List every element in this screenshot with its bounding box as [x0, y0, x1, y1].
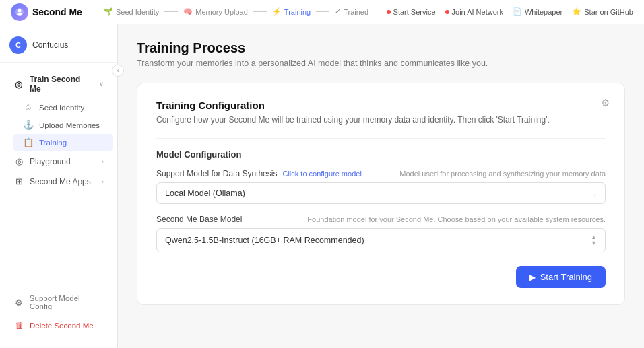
- sidebar-item-upload-memories[interactable]: ⚓ Upload Memories: [13, 116, 113, 133]
- step-training: ⚡ Training: [272, 7, 311, 16]
- join-ai-dot: [445, 10, 449, 14]
- upload-icon: ⚓: [23, 120, 34, 130]
- base-model-value: Qwen2.5-1.5B-Instruct (16GB+ RAM Recomme…: [165, 236, 364, 245]
- join-ai-network-action[interactable]: Join AI Network: [445, 8, 503, 16]
- step-seed-identity: 🌱 Seed Identity: [104, 7, 159, 16]
- start-service-action[interactable]: Start Service: [387, 8, 436, 16]
- seed-icon: ♤: [23, 102, 34, 112]
- gear-icon: ⚙: [13, 298, 24, 308]
- sidebar-item-seed-identity[interactable]: ♤ Seed Identity: [13, 99, 113, 116]
- step-line-3: [316, 11, 329, 12]
- settings-icon[interactable]: ⚙: [601, 97, 610, 109]
- start-service-dot: [387, 10, 391, 14]
- topnav: Second Me 🌱 Seed Identity 🧠 Memory Uploa…: [0, 0, 644, 24]
- topnav-steps: 🌱 Seed Identity 🧠 Memory Upload ⚡ Traini…: [104, 7, 375, 16]
- chevron-down-icon: ∨: [99, 81, 104, 88]
- support-model-field: Support Model for Data Synthesis Click t…: [156, 169, 606, 204]
- sidebar-user: C Confucius: [0, 31, 117, 63]
- delete-icon: 🗑: [13, 320, 24, 330]
- support-model-hint: Model used for processing and synthesizi…: [399, 170, 606, 178]
- svg-point-1: [18, 9, 22, 12]
- chevron-right-icon-2: ›: [102, 178, 104, 185]
- model-config-section-title: Model Configuration: [156, 149, 606, 160]
- apps-icon: ⊞: [13, 176, 24, 186]
- sidebar-footer: ⚙ Support Model Config 🗑 Delete Second M…: [0, 283, 117, 341]
- whitepaper-action[interactable]: 📄 Whitepaper: [513, 7, 562, 16]
- avatar: C: [9, 36, 27, 54]
- dropdown-arrow-icon: ↓: [593, 188, 597, 198]
- brand-icon: [11, 3, 28, 21]
- card-description: Configure how your Second Me will be tra…: [156, 114, 606, 126]
- username: Confucius: [32, 40, 68, 50]
- topnav-actions: Start Service Join AI Network 📄 Whitepap…: [387, 7, 633, 16]
- base-model-label: Second Me Base Model: [156, 215, 242, 224]
- divider: [156, 138, 606, 139]
- step-trained: ✓ Trained: [335, 7, 368, 16]
- brand-name: Second Me: [32, 7, 82, 18]
- main-content: Training Process Transform your memories…: [118, 24, 644, 348]
- layout: C Confucius ‹ ◎ Train Second Me ∨ ♤ Seed…: [0, 24, 644, 348]
- train-icon: ◎: [13, 79, 24, 90]
- sidebar-item-support-config[interactable]: ⚙ Support Model Config: [4, 289, 113, 315]
- start-training-button[interactable]: ▶ Start Training: [516, 266, 606, 288]
- sidebar-sub-train: ♤ Seed Identity ⚓ Upload Memories 📋 Trai…: [0, 99, 117, 151]
- sidebar-item-training[interactable]: 📋 Training: [13, 134, 113, 151]
- training-config-card: Training Configuration ⚙ Configure how y…: [137, 83, 625, 305]
- brand: Second Me: [11, 3, 92, 21]
- support-model-select[interactable]: Local Model (Ollama) ↓: [156, 182, 606, 204]
- star-github-action[interactable]: ⭐ Star on GitHub: [572, 7, 633, 16]
- support-model-label: Support Model for Data Synthesis: [156, 169, 277, 178]
- training-icon: 📋: [23, 137, 34, 147]
- svg-point-2: [17, 13, 22, 15]
- step-memory-upload: 🧠 Memory Upload: [183, 7, 248, 16]
- support-model-value: Local Model (Ollama): [165, 188, 245, 198]
- sidebar-collapse-button[interactable]: ‹: [112, 65, 124, 77]
- base-model-select[interactable]: Qwen2.5-1.5B-Instruct (16GB+ RAM Recomme…: [156, 228, 606, 252]
- card-footer: ▶ Start Training: [156, 266, 606, 288]
- step-line-1: [164, 11, 178, 12]
- playground-icon: ◎: [13, 156, 24, 166]
- page-title: Training Process: [137, 40, 625, 56]
- chevron-right-icon: ›: [102, 158, 104, 165]
- sidebar-item-apps[interactable]: ⊞ Second Me Apps ›: [4, 172, 113, 191]
- sidebar-section-main: ◎ Train Second Me ∨ ♤ Seed Identity ⚓ Up…: [0, 67, 117, 195]
- sidebar-item-train[interactable]: ◎ Train Second Me ∨: [4, 70, 113, 98]
- sidebar-item-delete[interactable]: 🗑 Delete Second Me: [4, 316, 113, 335]
- base-model-hint: Foundation model for your Second Me. Cho…: [307, 215, 606, 223]
- step-line-2: [253, 11, 267, 12]
- sidebar-item-playground[interactable]: ◎ Playground ›: [4, 151, 113, 171]
- base-model-field: Second Me Base Model Foundation model fo…: [156, 215, 606, 252]
- card-title: Training Configuration: [156, 100, 606, 111]
- spinner-icon: ▲ ▼: [591, 234, 597, 246]
- sidebar: C Confucius ‹ ◎ Train Second Me ∨ ♤ Seed…: [0, 24, 118, 348]
- page-subtitle: Transform your memories into a personali…: [137, 59, 625, 68]
- configure-model-link[interactable]: Click to configure model: [282, 170, 361, 178]
- play-icon: ▶: [529, 273, 536, 282]
